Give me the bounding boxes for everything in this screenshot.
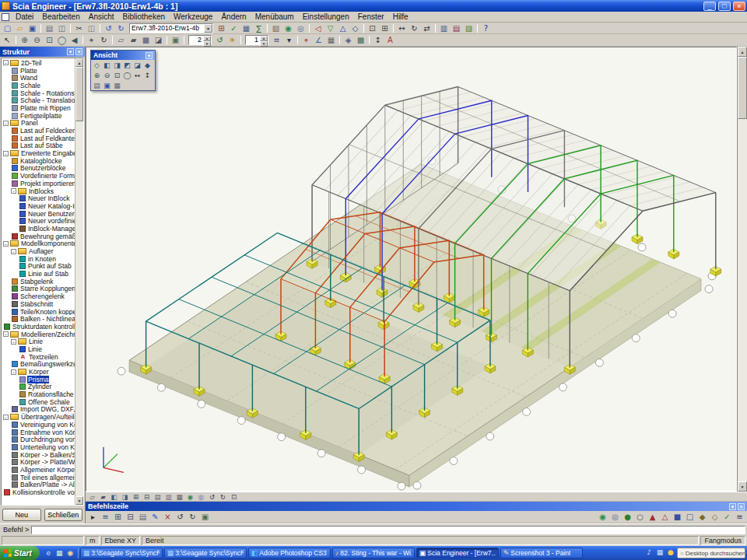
tray-volume-icon[interactable]: ♪ (644, 548, 654, 558)
snap-midpoint-icon[interactable]: ◎ (609, 512, 621, 522)
redo-icon[interactable]: ↻ (115, 23, 127, 33)
tree-item[interactable]: -Panel (2, 120, 75, 128)
snap-endpoint-icon[interactable]: ◉ (597, 512, 608, 522)
command-input[interactable] (31, 526, 745, 534)
pal-view-front-icon[interactable]: ◧ (102, 61, 112, 70)
pal-view-iso-icon[interactable]: ◆ (142, 61, 153, 70)
maximize-button[interactable]: □ (718, 2, 731, 11)
scroll-down-icon[interactable]: ▼ (738, 481, 747, 492)
ansicht-palette-header[interactable]: Ansicht ▾ (91, 51, 155, 60)
scale-spinner[interactable]: 2 ▲ ▼ (188, 35, 212, 45)
tree-expand-icon[interactable]: - (11, 369, 16, 375)
tree-expand-icon[interactable]: - (3, 60, 9, 65)
scroll-up-icon[interactable]: ▲ (75, 58, 83, 67)
copy-icon[interactable]: ◫ (86, 23, 97, 33)
gallery-icon[interactable]: ▨ (463, 23, 475, 33)
tree-item[interactable]: -Auflager (2, 247, 75, 255)
strip-mesh-icon[interactable]: ▦ (174, 492, 184, 501)
strip-wireframe-icon[interactable]: ▱ (87, 492, 97, 501)
menu-item[interactable]: Einstellungen (299, 12, 353, 21)
strip-redo-view-icon[interactable]: ↻ (218, 492, 228, 501)
taskbar-task[interactable]: ✎Screenshot 3 - Paint (500, 548, 583, 558)
taskbar-task[interactable]: ▣Scia Engineer - [Erw7... (416, 548, 499, 558)
tree-item[interactable]: Linie auf Stab (2, 270, 75, 278)
pal-zoom-in-icon[interactable]: ⊕ (92, 71, 102, 80)
shaded-mode-icon[interactable]: ▰ (128, 35, 139, 45)
tree-item[interactable]: Teil eines allgemeinen Körpers (2, 474, 75, 481)
pal-zoom-all-icon[interactable]: ◯ (122, 71, 132, 80)
pal-zoom-window-icon[interactable]: ⊡ (112, 71, 122, 80)
tree-item[interactable]: Neuer InBlock (2, 194, 75, 202)
tree-item[interactable]: Scherengelenk (2, 292, 75, 300)
cmd-delete-icon[interactable]: × (162, 512, 174, 522)
combo-arrow-icon[interactable]: ▾ (204, 24, 212, 33)
tree-item[interactable]: Balken/Platte -> Allgemein (2, 481, 75, 489)
spinner-down-icon[interactable]: ▼ (203, 41, 211, 47)
refresh-view-icon[interactable]: ↺ (214, 35, 226, 45)
tree-item[interactable]: Fertigteilplatte (2, 112, 75, 120)
step-spinner[interactable]: 1 ▲ ▼ (245, 35, 268, 45)
snap-settings-icon[interactable]: ≡ (734, 512, 745, 522)
cmd-edit-icon[interactable]: ✎ (149, 512, 161, 522)
new-button[interactable]: Neu (2, 509, 41, 521)
spinner-up-icon[interactable]: ▲ (203, 36, 211, 41)
tree-item[interactable]: Last auf Stäbe (2, 142, 75, 150)
layers-icon[interactable]: ▧ (270, 23, 282, 33)
tree-item[interactable]: Schale (2, 82, 75, 89)
strip-zoom-plus-icon[interactable]: ⊞ (131, 492, 141, 501)
pal-pan-h-icon[interactable]: ↔ (132, 71, 142, 80)
tree-item[interactable]: Stabschnitt (2, 300, 75, 308)
strip-undo-view-icon[interactable]: ↺ (207, 492, 217, 501)
tree-item[interactable]: Allgemeiner Körper intern (2, 466, 75, 474)
tree-item[interactable]: Entnahme von Körpern (2, 429, 75, 436)
tray-application-icon[interactable]: ● (666, 548, 675, 558)
taskbar-task[interactable]: ▦3:\Seagate Sync\SyncRe... (80, 548, 163, 558)
viewport-scrollbar[interactable]: ▲ ▼ (737, 47, 747, 492)
tree-item[interactable]: Bewehrung gemäß Vorlage (2, 233, 75, 240)
tree-item[interactable]: Neuer Katalog-InBlock (2, 202, 75, 210)
tree-item[interactable]: Platte (2, 67, 75, 75)
tree-expand-icon[interactable]: - (3, 415, 9, 420)
tree-item[interactable]: Katalogblöcke (2, 157, 75, 165)
menu-item[interactable]: Ändern (217, 12, 250, 21)
tree-item[interactable]: Last auf Feldecken (2, 127, 75, 135)
render-settings-icon[interactable]: ▩ (355, 35, 366, 45)
tree-item[interactable]: -Modellkomponenten (2, 240, 75, 248)
cmd-collapse-icon[interactable]: ⊟ (124, 512, 136, 522)
tree-scrollbar[interactable]: ▲ ▼ (75, 58, 83, 505)
scroll-thumb[interactable] (738, 57, 747, 119)
check-structure-icon[interactable]: ✓ (228, 23, 240, 33)
spinner-up-icon[interactable]: ▲ (260, 36, 268, 41)
tree-item[interactable]: -Übertragen/Aufteilen/Verbinden (2, 413, 75, 421)
view-y-icon[interactable]: ▽ (324, 23, 336, 33)
tree-item[interactable]: Stabgelenk (2, 278, 75, 285)
print-preview-icon[interactable]: ◫ (56, 23, 68, 33)
tree-item[interactable]: in Knoten (2, 255, 75, 263)
tree-expand-icon[interactable]: - (11, 339, 16, 345)
tree-item[interactable]: -Erweiterte Eingabe (2, 149, 75, 157)
snap-perpendicular-icon[interactable]: ◇ (709, 512, 721, 522)
tree-expand-icon[interactable]: - (3, 241, 9, 247)
spinner-down-icon[interactable]: ▼ (260, 41, 268, 47)
tree-item[interactable]: -Körper (2, 368, 75, 376)
panel-pin-icon[interactable]: ▾ (729, 503, 736, 510)
cmd-table-icon[interactable]: ▤ (137, 512, 149, 522)
taskbar-task[interactable]: ♪82. Sting - This war - Wi... (332, 548, 415, 558)
cmd-redo-icon[interactable]: ↻ (187, 512, 198, 522)
tree-item[interactable]: Balken - Nichtlinearität (2, 315, 75, 323)
status-snap-mode[interactable]: Fangmodus (700, 536, 745, 545)
zoom-selection-icon[interactable]: ⊞ (379, 23, 391, 33)
cmd-undo-icon[interactable]: ↺ (174, 512, 186, 522)
tree-item[interactable]: Neuer Benutzer-InBlock (2, 210, 75, 218)
zoom-out-icon[interactable]: ⊖ (31, 35, 43, 45)
snap-grid-icon[interactable]: ▦ (325, 35, 337, 45)
tree-item[interactable]: Wand (2, 74, 75, 82)
taskbar-task[interactable]: ◧Adobe Photoshop CS3 E... (248, 548, 331, 558)
tree-expand-icon[interactable]: - (11, 188, 16, 194)
document-icon[interactable]: ▤ (451, 23, 462, 33)
snap-free-icon[interactable]: ○ (634, 512, 646, 522)
titlebar[interactable]: Scia Engineer - [Erw7.3fl-2010-Erw1-4b :… (0, 0, 747, 12)
mirror-entity-icon[interactable]: ⇄ (421, 23, 433, 33)
print-icon[interactable]: ▤ (44, 23, 55, 33)
coordinate-system-icon[interactable]: ⌖ (300, 35, 312, 45)
